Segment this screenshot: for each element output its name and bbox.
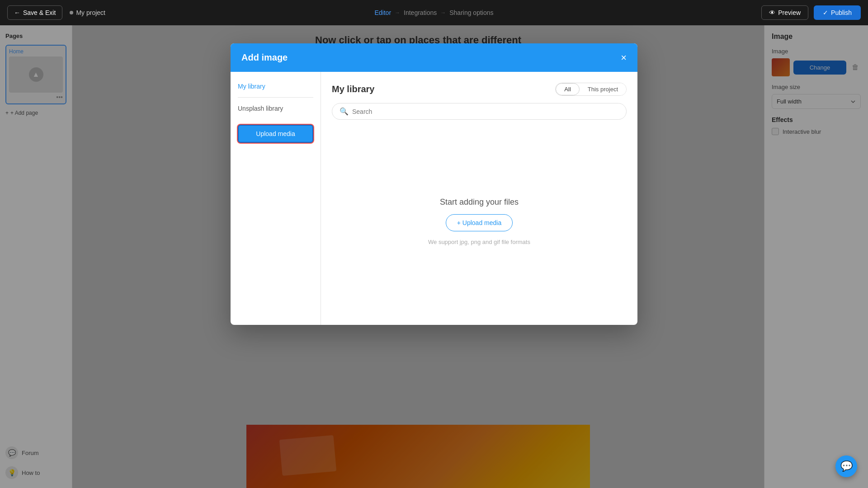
- nav-arrow-2: →: [440, 9, 446, 16]
- eye-icon: 👁: [769, 9, 775, 16]
- save-exit-label: Save & Exit: [23, 9, 56, 16]
- modal-body: My library Unsplash library Upload media…: [231, 72, 637, 325]
- nav-steps: Editor → Integrations → Sharing options: [374, 9, 493, 16]
- modal-header: Add image ×: [231, 43, 637, 72]
- nav-step-editor[interactable]: Editor: [374, 9, 391, 16]
- modal-sidebar: My library Unsplash library Upload media: [231, 72, 321, 325]
- arrow-left-icon: ←: [14, 9, 20, 16]
- preview-button[interactable]: 👁 Preview: [761, 5, 808, 20]
- library-title: My library: [332, 84, 374, 94]
- project-name: My project: [70, 9, 105, 16]
- modal-main-content: My library All This project 🔍 Start addi…: [321, 72, 637, 325]
- upload-media-sidebar-button[interactable]: Upload media: [238, 125, 313, 143]
- supported-formats-text: We support jpg, png and gif file formats: [428, 239, 530, 245]
- modal-close-button[interactable]: ×: [621, 53, 627, 63]
- search-bar: 🔍: [332, 103, 627, 120]
- modal-nav-unsplash[interactable]: Unsplash library: [238, 103, 313, 114]
- project-name-text: My project: [76, 9, 105, 16]
- publish-label: Publish: [831, 9, 852, 16]
- status-dot: [70, 11, 73, 14]
- preview-label: Preview: [778, 9, 801, 16]
- modal-nav-divider: [238, 97, 313, 98]
- upload-media-main-button[interactable]: + Upload media: [446, 214, 513, 231]
- nav-step-integrations[interactable]: Integrations: [404, 9, 437, 16]
- empty-state: Start adding your files + Upload media W…: [332, 129, 627, 314]
- search-input[interactable]: [352, 108, 619, 115]
- add-image-modal: Add image × My library Unsplash library …: [231, 43, 637, 325]
- nav-arrow-1: →: [395, 9, 400, 16]
- search-icon: 🔍: [340, 107, 349, 116]
- modal-content-header: My library All This project: [332, 83, 627, 96]
- nav-step-sharing[interactable]: Sharing options: [449, 9, 493, 16]
- checkmark-icon: ✓: [823, 9, 828, 16]
- nav-right: 👁 Preview ✓ Publish: [761, 5, 861, 20]
- chat-fab-button[interactable]: 💬: [835, 455, 857, 477]
- empty-state-title: Start adding your files: [440, 197, 519, 207]
- filter-pills: All This project: [555, 83, 627, 96]
- filter-this-project-button[interactable]: This project: [580, 83, 626, 95]
- top-nav: ← Save & Exit My project Editor → Integr…: [0, 0, 868, 25]
- modal-overlay[interactable]: Add image × My library Unsplash library …: [0, 25, 868, 488]
- filter-all-button[interactable]: All: [556, 83, 579, 95]
- modal-title: Add image: [241, 52, 288, 63]
- chat-icon: 💬: [840, 460, 853, 472]
- save-exit-button[interactable]: ← Save & Exit: [7, 5, 62, 20]
- publish-button[interactable]: ✓ Publish: [814, 5, 861, 20]
- modal-nav-my-library[interactable]: My library: [238, 81, 313, 92]
